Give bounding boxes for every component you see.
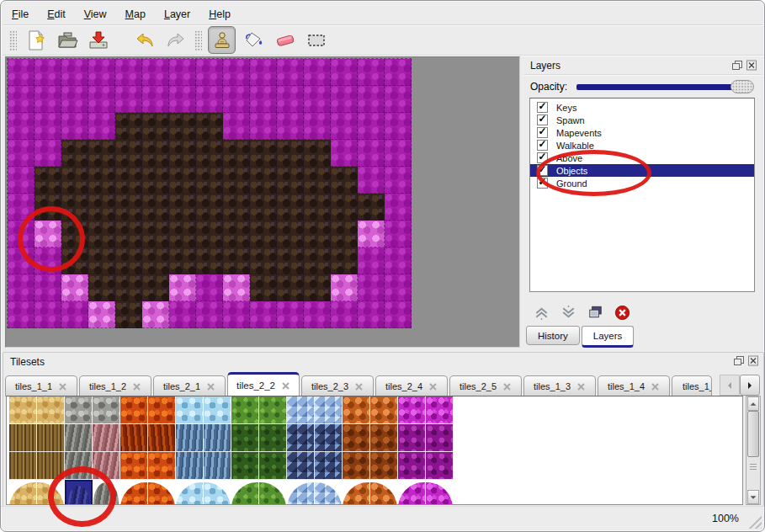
- close-tab-button[interactable]: [651, 382, 660, 391]
- tileset-tab-tiles_1_2[interactable]: tiles_1_2: [79, 375, 151, 396]
- map-tile-brown-rock[interactable]: [169, 247, 196, 274]
- stamp-tool-button[interactable]: [208, 26, 236, 54]
- map-tile-magenta-ground[interactable]: [88, 113, 115, 140]
- map-tile-magenta-ground[interactable]: [331, 140, 358, 167]
- map-tile-magenta-ground[interactable]: [277, 86, 304, 113]
- palette-tile-copperd[interactable]: [370, 424, 398, 452]
- map-tile-magenta-ground[interactable]: [8, 140, 35, 167]
- map-tile-brown-rock[interactable]: [115, 301, 142, 328]
- layer-row-objects[interactable]: ✓Objects: [530, 164, 754, 177]
- map-tile-brown-rock[interactable]: [88, 247, 115, 274]
- map-tile-brown-rock[interactable]: [115, 113, 142, 140]
- palette-tile-crystald[interactable]: [315, 424, 343, 452]
- map-tile-brown-rock[interactable]: [358, 194, 385, 221]
- palette-tile-crystal[interactable]: [315, 396, 343, 424]
- map-tile-magenta-ground[interactable]: [169, 59, 196, 86]
- map-tile-brown-rock[interactable]: [331, 194, 358, 221]
- map-tile-brown-rock[interactable]: [169, 221, 196, 247]
- map-tile-magenta-ground[interactable]: [304, 86, 331, 113]
- map-tile-pink-rock-object[interactable]: [61, 274, 88, 301]
- palette-tile-crystal-bush[interactable]: [315, 480, 343, 505]
- close-tab-button[interactable]: [281, 381, 290, 391]
- map-tile-magenta-ground[interactable]: [250, 301, 277, 328]
- redo-button[interactable]: [162, 27, 189, 53]
- scrollbar-thumb[interactable]: [747, 411, 759, 457]
- map-tile-brown-rock[interactable]: [169, 140, 196, 167]
- palette-tile-lava[interactable]: [148, 452, 176, 480]
- layer-row-walkable[interactable]: ✓Walkable: [530, 139, 754, 152]
- map-tile-magenta-ground[interactable]: [331, 113, 358, 140]
- map-tile-brown-rock[interactable]: [223, 247, 250, 274]
- menu-view[interactable]: View: [82, 8, 109, 21]
- map-tile-brown-rock[interactable]: [196, 194, 223, 221]
- map-tile-magenta-ground[interactable]: [35, 274, 61, 301]
- map-tile-brown-rock[interactable]: [61, 221, 88, 247]
- palette-tile-rockd[interactable]: [65, 424, 93, 452]
- close-tab-button[interactable]: [58, 382, 67, 391]
- map-tile-brown-rock[interactable]: [88, 274, 115, 301]
- opacity-slider-track[interactable]: [576, 84, 751, 90]
- close-tab-button[interactable]: [132, 382, 141, 391]
- palette-tile-lava[interactable]: [120, 452, 148, 480]
- opacity-slider-handle[interactable]: [730, 80, 754, 93]
- palette-tile-bark[interactable]: [37, 452, 65, 480]
- tileset-tab-tiles_2_4[interactable]: tiles_2_4: [375, 375, 448, 396]
- map-tile-brown-rock[interactable]: [331, 167, 358, 194]
- palette-tile-copper[interactable]: [370, 396, 398, 424]
- map-tile-brown-rock[interactable]: [142, 194, 169, 221]
- tileset-tab-tiles_1_3[interactable]: tiles_1_3: [523, 375, 596, 396]
- palette-tile-vine-bush[interactable]: [259, 480, 287, 505]
- layer-visibility-checkbox[interactable]: ✓: [537, 178, 548, 189]
- close-tab-button[interactable]: [502, 382, 512, 391]
- layer-row-spawn[interactable]: ✓Spawn: [530, 114, 754, 126]
- palette-tile-rock[interactable]: [93, 396, 120, 424]
- palette-tile-lava-bush[interactable]: [120, 480, 148, 505]
- opacity-slider[interactable]: [575, 80, 754, 94]
- tileset-tab-tiles_2_3[interactable]: tiles_2_3: [301, 375, 374, 396]
- palette-tile-purpled[interactable]: [426, 424, 454, 452]
- map-tile-brown-rock[interactable]: [169, 113, 196, 140]
- map-tile-brown-rock[interactable]: [142, 221, 169, 247]
- palette-tile-tan[interactable]: [37, 396, 65, 424]
- tileset-tab-tiles_1_[interactable]: tiles_1_: [672, 375, 712, 396]
- palette-tile-crystal[interactable]: [287, 396, 315, 424]
- map-tile-magenta-ground[interactable]: [250, 113, 277, 140]
- palette-tile-tan-bush[interactable]: [9, 480, 37, 505]
- map-tile-magenta-ground[interactable]: [358, 247, 385, 274]
- map-tile-magenta-ground[interactable]: [358, 59, 385, 86]
- map-tile-magenta-ground[interactable]: [250, 59, 277, 86]
- map-tile-magenta-ground[interactable]: [385, 301, 412, 328]
- palette-tile-lavad[interactable]: [120, 424, 148, 452]
- float-panel-button[interactable]: [731, 60, 743, 71]
- map-tile-magenta-ground[interactable]: [385, 59, 412, 86]
- map-tile-brown-rock[interactable]: [142, 113, 169, 140]
- map-tile-magenta-ground[interactable]: [35, 247, 61, 274]
- map-tile-magenta-ground[interactable]: [385, 221, 412, 247]
- map-tile-brown-rock[interactable]: [115, 194, 142, 221]
- tileset-tab-tiles_1_1[interactable]: tiles_1_1: [5, 375, 77, 396]
- map-tile-brown-rock[interactable]: [250, 221, 277, 247]
- map-tile-magenta-ground[interactable]: [385, 86, 412, 113]
- menu-file[interactable]: File: [9, 8, 31, 21]
- layer-visibility-checkbox[interactable]: ✓: [537, 114, 548, 125]
- map-tile-brown-rock[interactable]: [277, 221, 304, 247]
- map-tile-pink-rock-object[interactable]: [169, 274, 196, 301]
- rect-select-tool-button[interactable]: [303, 27, 329, 53]
- map-tile-brown-rock[interactable]: [304, 167, 331, 194]
- layer-visibility-checkbox[interactable]: ✓: [537, 165, 548, 176]
- map-tile-magenta-ground[interactable]: [8, 86, 35, 113]
- scrollbar-down-button[interactable]: [747, 490, 759, 504]
- dock-tab-layers[interactable]: Layers: [582, 326, 635, 348]
- palette-tile-vined[interactable]: [259, 452, 287, 480]
- scrollbar-up-button[interactable]: [747, 396, 759, 411]
- map-tile-magenta-ground[interactable]: [8, 247, 35, 274]
- map-tile-brown-rock[interactable]: [61, 140, 88, 167]
- layer-row-keys[interactable]: ✓Keys: [530, 101, 754, 114]
- layer-visibility-checkbox[interactable]: ✓: [537, 152, 548, 163]
- palette-tile-tan[interactable]: [9, 396, 37, 424]
- map-tile-brown-rock[interactable]: [169, 194, 196, 221]
- map-tile-brown-rock[interactable]: [331, 221, 358, 247]
- map-tile-magenta-ground[interactable]: [223, 113, 250, 140]
- palette-tile-selected[interactable]: [65, 480, 93, 505]
- map-tile-brown-rock[interactable]: [250, 167, 277, 194]
